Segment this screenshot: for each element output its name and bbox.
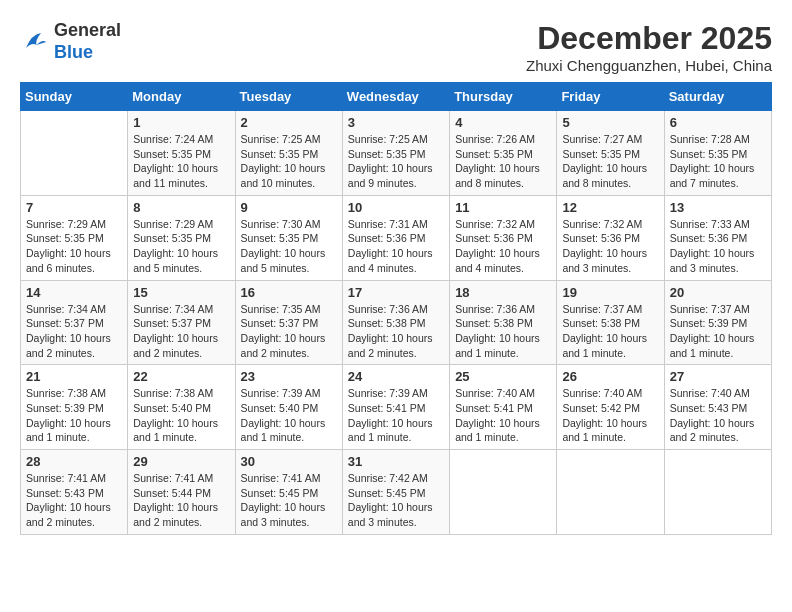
calendar-cell: 28Sunrise: 7:41 AMSunset: 5:43 PMDayligh… (21, 450, 128, 535)
location: Zhuxi Chengguanzhen, Hubei, China (526, 57, 772, 74)
day-info: Sunrise: 7:32 AMSunset: 5:36 PMDaylight:… (455, 217, 551, 276)
day-info: Sunrise: 7:33 AMSunset: 5:36 PMDaylight:… (670, 217, 766, 276)
day-number: 28 (26, 454, 122, 469)
day-info: Sunrise: 7:40 AMSunset: 5:43 PMDaylight:… (670, 386, 766, 445)
day-info: Sunrise: 7:38 AMSunset: 5:40 PMDaylight:… (133, 386, 229, 445)
calendar-cell: 29Sunrise: 7:41 AMSunset: 5:44 PMDayligh… (128, 450, 235, 535)
calendar-week-row: 21Sunrise: 7:38 AMSunset: 5:39 PMDayligh… (21, 365, 772, 450)
day-info: Sunrise: 7:26 AMSunset: 5:35 PMDaylight:… (455, 132, 551, 191)
day-number: 27 (670, 369, 766, 384)
day-number: 12 (562, 200, 658, 215)
column-header-tuesday: Tuesday (235, 83, 342, 111)
day-info: Sunrise: 7:41 AMSunset: 5:44 PMDaylight:… (133, 471, 229, 530)
day-info: Sunrise: 7:29 AMSunset: 5:35 PMDaylight:… (133, 217, 229, 276)
calendar-cell: 31Sunrise: 7:42 AMSunset: 5:45 PMDayligh… (342, 450, 449, 535)
calendar-cell: 10Sunrise: 7:31 AMSunset: 5:36 PMDayligh… (342, 195, 449, 280)
day-info: Sunrise: 7:31 AMSunset: 5:36 PMDaylight:… (348, 217, 444, 276)
calendar-week-row: 14Sunrise: 7:34 AMSunset: 5:37 PMDayligh… (21, 280, 772, 365)
day-info: Sunrise: 7:37 AMSunset: 5:39 PMDaylight:… (670, 302, 766, 361)
day-info: Sunrise: 7:34 AMSunset: 5:37 PMDaylight:… (133, 302, 229, 361)
calendar-cell: 24Sunrise: 7:39 AMSunset: 5:41 PMDayligh… (342, 365, 449, 450)
calendar-cell: 26Sunrise: 7:40 AMSunset: 5:42 PMDayligh… (557, 365, 664, 450)
column-header-friday: Friday (557, 83, 664, 111)
calendar-cell: 21Sunrise: 7:38 AMSunset: 5:39 PMDayligh… (21, 365, 128, 450)
calendar-cell: 4Sunrise: 7:26 AMSunset: 5:35 PMDaylight… (450, 111, 557, 196)
day-number: 19 (562, 285, 658, 300)
column-header-sunday: Sunday (21, 83, 128, 111)
calendar-cell: 11Sunrise: 7:32 AMSunset: 5:36 PMDayligh… (450, 195, 557, 280)
calendar-cell (557, 450, 664, 535)
column-header-wednesday: Wednesday (342, 83, 449, 111)
calendar-cell: 20Sunrise: 7:37 AMSunset: 5:39 PMDayligh… (664, 280, 771, 365)
day-info: Sunrise: 7:36 AMSunset: 5:38 PMDaylight:… (348, 302, 444, 361)
day-info: Sunrise: 7:39 AMSunset: 5:41 PMDaylight:… (348, 386, 444, 445)
day-number: 5 (562, 115, 658, 130)
day-number: 11 (455, 200, 551, 215)
day-number: 3 (348, 115, 444, 130)
day-info: Sunrise: 7:34 AMSunset: 5:37 PMDaylight:… (26, 302, 122, 361)
day-info: Sunrise: 7:41 AMSunset: 5:43 PMDaylight:… (26, 471, 122, 530)
title-section: December 2025 Zhuxi Chengguanzhen, Hubei… (526, 20, 772, 74)
day-number: 9 (241, 200, 337, 215)
calendar-cell (21, 111, 128, 196)
month-title: December 2025 (526, 20, 772, 57)
calendar-cell: 13Sunrise: 7:33 AMSunset: 5:36 PMDayligh… (664, 195, 771, 280)
calendar-cell: 15Sunrise: 7:34 AMSunset: 5:37 PMDayligh… (128, 280, 235, 365)
column-header-thursday: Thursday (450, 83, 557, 111)
calendar-cell: 12Sunrise: 7:32 AMSunset: 5:36 PMDayligh… (557, 195, 664, 280)
calendar-cell (450, 450, 557, 535)
calendar-cell (664, 450, 771, 535)
day-info: Sunrise: 7:29 AMSunset: 5:35 PMDaylight:… (26, 217, 122, 276)
calendar-cell: 19Sunrise: 7:37 AMSunset: 5:38 PMDayligh… (557, 280, 664, 365)
day-number: 18 (455, 285, 551, 300)
day-info: Sunrise: 7:24 AMSunset: 5:35 PMDaylight:… (133, 132, 229, 191)
day-info: Sunrise: 7:40 AMSunset: 5:41 PMDaylight:… (455, 386, 551, 445)
calendar-cell: 30Sunrise: 7:41 AMSunset: 5:45 PMDayligh… (235, 450, 342, 535)
day-info: Sunrise: 7:25 AMSunset: 5:35 PMDaylight:… (348, 132, 444, 191)
day-number: 29 (133, 454, 229, 469)
calendar-cell: 14Sunrise: 7:34 AMSunset: 5:37 PMDayligh… (21, 280, 128, 365)
calendar-table: SundayMondayTuesdayWednesdayThursdayFrid… (20, 82, 772, 535)
day-number: 14 (26, 285, 122, 300)
day-info: Sunrise: 7:39 AMSunset: 5:40 PMDaylight:… (241, 386, 337, 445)
day-info: Sunrise: 7:25 AMSunset: 5:35 PMDaylight:… (241, 132, 337, 191)
day-info: Sunrise: 7:30 AMSunset: 5:35 PMDaylight:… (241, 217, 337, 276)
day-info: Sunrise: 7:28 AMSunset: 5:35 PMDaylight:… (670, 132, 766, 191)
calendar-body: 1Sunrise: 7:24 AMSunset: 5:35 PMDaylight… (21, 111, 772, 535)
calendar-cell: 3Sunrise: 7:25 AMSunset: 5:35 PMDaylight… (342, 111, 449, 196)
day-number: 26 (562, 369, 658, 384)
calendar-cell: 27Sunrise: 7:40 AMSunset: 5:43 PMDayligh… (664, 365, 771, 450)
day-number: 31 (348, 454, 444, 469)
day-number: 20 (670, 285, 766, 300)
day-number: 1 (133, 115, 229, 130)
day-info: Sunrise: 7:42 AMSunset: 5:45 PMDaylight:… (348, 471, 444, 530)
calendar-week-row: 1Sunrise: 7:24 AMSunset: 5:35 PMDaylight… (21, 111, 772, 196)
day-number: 15 (133, 285, 229, 300)
page-header: General Blue December 2025 Zhuxi Chenggu… (20, 20, 772, 74)
day-number: 25 (455, 369, 551, 384)
calendar-header-row: SundayMondayTuesdayWednesdayThursdayFrid… (21, 83, 772, 111)
calendar-cell: 25Sunrise: 7:40 AMSunset: 5:41 PMDayligh… (450, 365, 557, 450)
day-number: 2 (241, 115, 337, 130)
day-info: Sunrise: 7:37 AMSunset: 5:38 PMDaylight:… (562, 302, 658, 361)
calendar-cell: 8Sunrise: 7:29 AMSunset: 5:35 PMDaylight… (128, 195, 235, 280)
logo: General Blue (20, 20, 121, 63)
day-number: 23 (241, 369, 337, 384)
day-info: Sunrise: 7:38 AMSunset: 5:39 PMDaylight:… (26, 386, 122, 445)
calendar-cell: 1Sunrise: 7:24 AMSunset: 5:35 PMDaylight… (128, 111, 235, 196)
day-info: Sunrise: 7:40 AMSunset: 5:42 PMDaylight:… (562, 386, 658, 445)
calendar-cell: 2Sunrise: 7:25 AMSunset: 5:35 PMDaylight… (235, 111, 342, 196)
calendar-cell: 17Sunrise: 7:36 AMSunset: 5:38 PMDayligh… (342, 280, 449, 365)
column-header-saturday: Saturday (664, 83, 771, 111)
day-info: Sunrise: 7:41 AMSunset: 5:45 PMDaylight:… (241, 471, 337, 530)
day-number: 8 (133, 200, 229, 215)
day-info: Sunrise: 7:32 AMSunset: 5:36 PMDaylight:… (562, 217, 658, 276)
logo-text: General Blue (54, 20, 121, 63)
calendar-cell: 16Sunrise: 7:35 AMSunset: 5:37 PMDayligh… (235, 280, 342, 365)
calendar-cell: 9Sunrise: 7:30 AMSunset: 5:35 PMDaylight… (235, 195, 342, 280)
day-number: 17 (348, 285, 444, 300)
day-info: Sunrise: 7:36 AMSunset: 5:38 PMDaylight:… (455, 302, 551, 361)
calendar-cell: 18Sunrise: 7:36 AMSunset: 5:38 PMDayligh… (450, 280, 557, 365)
calendar-week-row: 28Sunrise: 7:41 AMSunset: 5:43 PMDayligh… (21, 450, 772, 535)
calendar-cell: 5Sunrise: 7:27 AMSunset: 5:35 PMDaylight… (557, 111, 664, 196)
